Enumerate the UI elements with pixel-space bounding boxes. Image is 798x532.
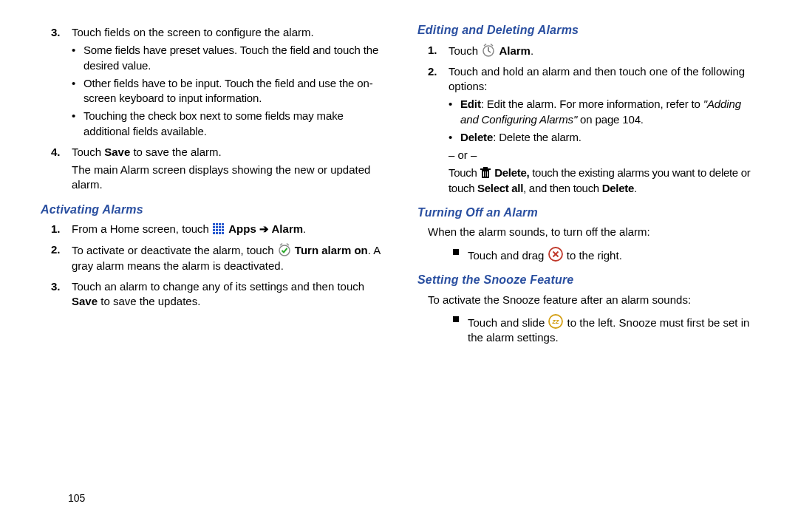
text: .: [634, 182, 637, 194]
dismiss-x-icon: [548, 246, 564, 262]
bullet-edit: Edit: Edit the alarm. For more informati…: [449, 97, 757, 127]
page-number: 105: [68, 491, 85, 505]
svg-line-22: [491, 44, 493, 46]
text: : Edit the alarm. For more information, …: [481, 98, 703, 110]
svg-rect-12: [222, 229, 224, 231]
trash-icon: [480, 166, 491, 180]
step-4: 4. Touch Save to save the alarm. The mai…: [72, 145, 381, 193]
text: Touch and drag: [468, 249, 548, 262]
svg-rect-2: [216, 223, 218, 225]
svg-rect-3: [219, 223, 221, 225]
svg-line-19: [287, 244, 289, 246]
svg-text:zz: zz: [552, 318, 560, 325]
list-item: Touch and drag to the right.: [449, 246, 757, 263]
text: to the right.: [567, 249, 622, 262]
text: to save the updates.: [98, 295, 200, 307]
text: Touch and slide: [468, 316, 548, 329]
heading-activating-alarms: Activating Alarms: [41, 202, 381, 218]
intro-text: When the alarm sounds, to turn off the a…: [417, 225, 757, 239]
svg-rect-7: [219, 226, 221, 228]
svg-rect-14: [216, 232, 218, 234]
text: Touch: [449, 44, 481, 57]
document-page: 3. Touch fields on the screen to configu…: [0, 0, 798, 355]
bullet: Touching the check box next to some fiel…: [72, 109, 381, 139]
svg-rect-9: [213, 229, 215, 231]
svg-rect-11: [219, 229, 221, 231]
svg-rect-29: [485, 171, 486, 177]
dot: .: [303, 222, 306, 235]
svg-rect-5: [213, 226, 215, 228]
delete-label3: Delete: [602, 182, 634, 194]
step-1: 1. Touch Alarm.: [449, 43, 757, 58]
snooze-zz-icon: zz: [548, 313, 564, 330]
alarm-check-icon: [277, 242, 292, 257]
select-all-label: Select all: [477, 182, 523, 194]
save-label: Save: [72, 295, 98, 307]
alarm-clock-icon: [481, 43, 496, 58]
step-2: 2. Touch and hold an alarm and then touc…: [449, 64, 757, 196]
svg-rect-15: [219, 232, 221, 234]
step-1: 1. From a Home screen, touch Apps ➔ Alar…: [72, 222, 381, 236]
alt-instruction: Touch Delete, touch the existing alarms …: [449, 166, 757, 196]
left-column: 3. Touch fields on the screen to configu…: [41, 22, 381, 348]
step-number: 3.: [51, 279, 61, 294]
text: on page 104.: [577, 113, 644, 126]
bullet-delete: Delete: Delete the alarm.: [449, 130, 757, 145]
step-number: 2.: [51, 242, 61, 257]
step-3b: 3. Touch an alarm to change any of its s…: [72, 279, 381, 310]
bullet: Other fields have to be input. Touch the…: [72, 76, 381, 106]
svg-rect-13: [213, 232, 215, 234]
heading-editing-deleting: Editing and Deleting Alarms: [417, 22, 757, 38]
svg-rect-27: [483, 167, 488, 168]
text: To activate or deactivate the alarm, tou…: [72, 244, 277, 256]
text: : Delete the alarm.: [493, 131, 582, 143]
svg-rect-4: [222, 223, 224, 225]
svg-rect-16: [222, 232, 224, 234]
step-number: 3.: [51, 25, 61, 40]
text: Touch: [449, 166, 480, 179]
svg-line-21: [484, 44, 486, 46]
text: From a Home screen, touch: [72, 222, 212, 235]
step-text: Touch fields on the screen to configure …: [72, 26, 314, 38]
list: Touch and slide zz to the left. Snooze m…: [417, 313, 757, 346]
text: The main Alarm screen displays showing t…: [72, 163, 381, 193]
heading-turning-off: Turning Off an Alarm: [417, 205, 757, 221]
activating-steps: 1. From a Home screen, touch Apps ➔ Alar…: [41, 222, 381, 309]
edit-label: Edit: [460, 98, 481, 110]
or-divider: – or –: [449, 148, 757, 163]
text: Touch: [72, 146, 104, 158]
text: Touch and hold an alarm and then touch o…: [449, 65, 745, 92]
step-number: 2.: [428, 64, 437, 79]
svg-rect-28: [483, 171, 484, 177]
svg-line-18: [280, 244, 282, 246]
save-label: Save: [104, 146, 130, 158]
heading-snooze: Setting the Snooze Feature: [417, 272, 757, 288]
apps-label: Apps: [228, 222, 259, 235]
alarm-label: Alarm: [269, 222, 303, 235]
bullet: Some fields have preset values. Touch th…: [72, 43, 381, 73]
turn-alarm-on: Turn alarm on: [295, 244, 368, 256]
step-2: 2. To activate or deactivate the alarm, …: [72, 242, 381, 273]
step-number: 1.: [428, 43, 437, 58]
alarm-label: Alarm: [499, 44, 531, 57]
svg-rect-30: [487, 171, 488, 177]
svg-rect-6: [216, 226, 218, 228]
right-column: Editing and Deleting Alarms 1. Touch Ala…: [417, 22, 757, 348]
svg-rect-1: [213, 223, 215, 225]
dot: .: [531, 44, 533, 57]
svg-rect-10: [216, 229, 218, 231]
list-item: Touch and slide zz to the left. Snooze m…: [449, 313, 757, 346]
text: Touch an alarm to change any of its sett…: [72, 280, 364, 293]
list: Touch and drag to the right.: [417, 246, 757, 263]
arrow: ➔: [259, 222, 269, 235]
text: to save the alarm.: [130, 146, 221, 158]
delete-label2: Delete,: [494, 166, 529, 179]
step-number: 1.: [51, 222, 61, 236]
apps-grid-icon: [212, 222, 225, 236]
config-steps: 3. Touch fields on the screen to configu…: [41, 25, 381, 193]
intro-text: To activate the Snooze feature after an …: [417, 293, 757, 307]
text: , and then touch: [523, 182, 602, 194]
step-number: 4.: [51, 145, 61, 160]
delete-label: Delete: [460, 131, 493, 143]
svg-rect-8: [222, 226, 224, 228]
